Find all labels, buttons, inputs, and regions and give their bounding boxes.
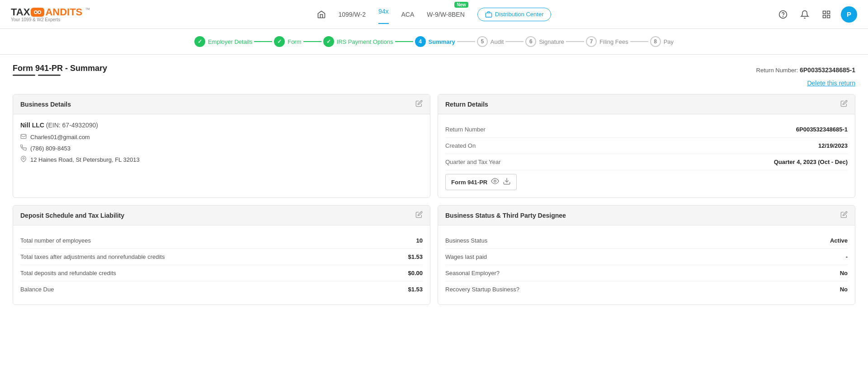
- biz-address-row: 12 Haines Road, St Petersburg, FL 32013: [20, 156, 423, 164]
- return-number-area: Return Number: 6P003532348685-1: [756, 66, 855, 74]
- nav-aca[interactable]: ACA: [401, 9, 415, 20]
- page-header: Form 941-PR - Summary Return Number: 6P0…: [13, 64, 855, 76]
- status-row-0: Business Status Active: [445, 233, 848, 249]
- business-status-edit-icon[interactable]: [840, 211, 848, 220]
- return-details-body: Return Number 6P003532348685-1 Created O…: [438, 114, 855, 197]
- location-icon: [20, 156, 27, 164]
- svg-point-8: [783, 16, 783, 16]
- step-2-circle: ✓: [274, 36, 285, 47]
- nav-right: P: [776, 6, 857, 23]
- apps-grid-button[interactable]: [819, 7, 834, 22]
- stat-row-0: Total number of employees 10: [20, 233, 423, 249]
- underline-seg-1: [13, 75, 35, 76]
- svg-rect-12: [827, 15, 830, 18]
- logo-owl-icon: [31, 8, 44, 17]
- step-1-circle: ✓: [194, 36, 205, 47]
- status-row-1: Wages last paid -: [445, 249, 848, 265]
- nav-w9-w8ben[interactable]: W-9/W-8BEN New: [427, 9, 465, 20]
- business-details-header: Business Details: [13, 94, 430, 114]
- title-underline: [13, 75, 107, 76]
- business-details-title: Business Details: [20, 101, 71, 108]
- svg-rect-11: [823, 15, 826, 18]
- deposit-schedule-body: Total number of employees 10 Total taxes…: [13, 225, 430, 304]
- main-header: TAX ANDITS ™ Your 1099 & W2 Experts: [0, 0, 868, 29]
- view-form-icon[interactable]: [491, 177, 499, 187]
- user-avatar[interactable]: P: [841, 6, 857, 23]
- svg-rect-6: [486, 13, 491, 17]
- return-detail-row-1: Created On 12/19/2023: [445, 138, 848, 154]
- deposit-schedule-title: Deposit Schedule and Tax Liability: [20, 212, 124, 219]
- step-irs-payment[interactable]: ✓ IRS Payment Options: [323, 36, 393, 47]
- step-3-circle: ✓: [323, 36, 334, 47]
- nav-1099-w2[interactable]: 1099/W-2: [339, 9, 366, 20]
- logo[interactable]: TAX ANDITS ™ Your 1099 & W2 Experts: [11, 6, 90, 22]
- form-941-badge: Form 941-PR: [445, 174, 517, 190]
- logo-andits: ANDITS: [45, 6, 82, 18]
- business-details-edit-icon[interactable]: [415, 100, 423, 108]
- return-detail-row-2: Quarter and Tax Year Quarter 4, 2023 (Oc…: [445, 154, 848, 170]
- distribution-center-button[interactable]: Distribution Center: [477, 8, 552, 21]
- delete-return-link[interactable]: Delete this return: [13, 80, 855, 87]
- logo-tax: TAX: [11, 6, 30, 18]
- connector-2-3: [303, 41, 321, 42]
- step-employer-details[interactable]: ✓ Employer Details: [194, 36, 252, 47]
- return-number-label: Return Number:: [756, 67, 798, 74]
- step-6-circle: 6: [525, 36, 536, 47]
- nav-94x[interactable]: 94x: [378, 6, 389, 24]
- logo-tm: ™: [85, 7, 90, 12]
- notifications-button[interactable]: [797, 7, 812, 22]
- return-details-title: Return Details: [445, 101, 488, 108]
- step-4-circle: 4: [415, 36, 426, 47]
- return-details-edit-icon[interactable]: [840, 100, 848, 108]
- biz-phone-row: (786) 809-8453: [20, 145, 423, 152]
- connector-4-5: [457, 41, 475, 42]
- step-pay[interactable]: 8 Pay: [650, 36, 674, 47]
- underline-seg-2: [38, 75, 61, 76]
- connector-6-7: [566, 41, 584, 42]
- biz-address: 12 Haines Road, St Petersburg, FL 32013: [30, 156, 140, 163]
- stat-row-2: Total deposits and refundable credits $0…: [20, 265, 423, 281]
- logo-area: TAX ANDITS ™ Your 1099 & W2 Experts: [11, 6, 101, 22]
- svg-rect-10: [827, 11, 830, 14]
- return-details-card: Return Details Return Number 6P003532348…: [438, 94, 855, 198]
- biz-name: Nill LLC (EIN: 67-4932090): [20, 122, 423, 129]
- email-icon: [20, 133, 27, 141]
- step-audit[interactable]: 5 Audit: [477, 36, 504, 47]
- return-details-header: Return Details: [438, 94, 855, 114]
- step-3-label: IRS Payment Options: [337, 38, 393, 45]
- step-navigation: ✓ Employer Details ✓ Form ✓ IRS Payment …: [0, 29, 868, 55]
- page-title: Form 941-PR - Summary: [13, 64, 107, 73]
- deposit-schedule-card: Deposit Schedule and Tax Liability Total…: [13, 205, 430, 305]
- step-8-label: Pay: [664, 38, 674, 45]
- new-badge: New: [454, 2, 468, 8]
- step-form[interactable]: ✓ Form: [274, 36, 301, 47]
- deposit-schedule-edit-icon[interactable]: [415, 211, 423, 220]
- business-status-card: Business Status & Third Party Designee B…: [438, 205, 855, 305]
- nav-home[interactable]: [317, 8, 326, 21]
- svg-point-5: [39, 12, 40, 13]
- step-1-label: Employer Details: [208, 38, 252, 45]
- svg-rect-9: [823, 11, 826, 14]
- step-7-circle: 7: [586, 36, 597, 47]
- step-8-circle: 8: [650, 36, 661, 47]
- status-row-2: Seasonal Employer? No: [445, 265, 848, 281]
- download-form-icon[interactable]: [503, 177, 511, 187]
- connector-3-4: [395, 41, 413, 42]
- status-row-3: Recovery Startup Business? No: [445, 281, 848, 297]
- step-filing-fees[interactable]: 7 Filing Fees: [586, 36, 628, 47]
- help-button[interactable]: [776, 7, 790, 22]
- delete-link-container: Delete this return: [13, 80, 855, 87]
- stat-row-1: Total taxes after adjustments and nonref…: [20, 249, 423, 265]
- connector-7-8: [630, 41, 648, 42]
- step-summary[interactable]: 4 Summary: [415, 36, 455, 47]
- step-4-label: Summary: [429, 38, 455, 45]
- connector-1-2: [254, 41, 272, 42]
- bottom-cards-row: Deposit Schedule and Tax Liability Total…: [13, 205, 855, 305]
- step-signature[interactable]: 6 Signature: [525, 36, 564, 47]
- business-details-card: Business Details Nill LLC (EIN: 67-49320…: [13, 94, 430, 198]
- svg-point-4: [35, 12, 36, 13]
- business-status-title: Business Status & Third Party Designee: [445, 212, 566, 219]
- step-6-label: Signature: [539, 38, 564, 45]
- page-content: Form 941-PR - Summary Return Number: 6P0…: [0, 55, 868, 321]
- phone-icon: [20, 145, 27, 152]
